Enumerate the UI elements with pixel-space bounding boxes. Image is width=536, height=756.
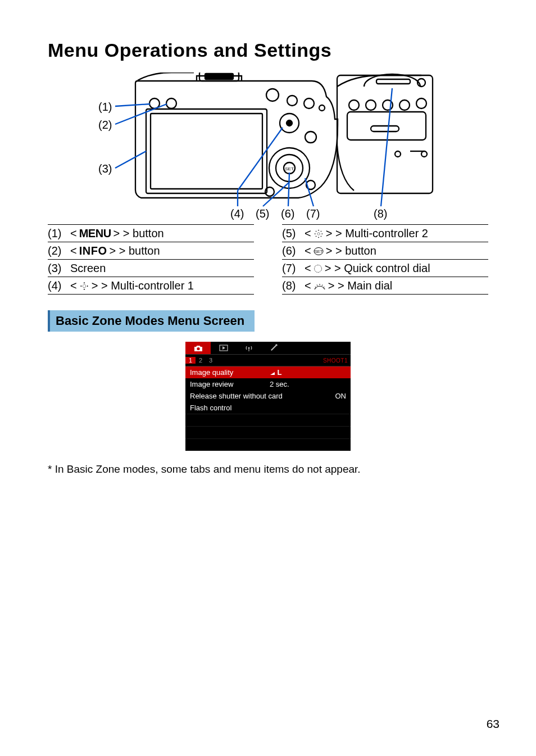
menu-glyph: MENU bbox=[79, 227, 111, 240]
section-header: Basic Zone Modes Menu Screen bbox=[48, 310, 255, 332]
subtab-2: 2 bbox=[196, 357, 206, 364]
multi-controller-1-icon bbox=[79, 281, 89, 291]
svg-text:SET: SET bbox=[314, 249, 322, 254]
svg-point-44 bbox=[314, 265, 321, 272]
quick-control-dial-icon bbox=[314, 264, 322, 273]
svg-point-40 bbox=[83, 284, 86, 288]
menu-item: Flash control bbox=[185, 402, 351, 414]
page-number: 63 bbox=[487, 717, 499, 731]
svg-point-6 bbox=[266, 89, 279, 101]
svg-point-12 bbox=[305, 132, 316, 143]
svg-point-35 bbox=[416, 98, 426, 108]
svg-point-38 bbox=[395, 151, 401, 157]
page-title: Menu Operations and Settings bbox=[48, 39, 488, 61]
svg-line-46 bbox=[317, 284, 317, 286]
main-dial-icon bbox=[314, 282, 326, 290]
subtab-label: SHOOT1 bbox=[323, 357, 348, 364]
tab-wireless-icon bbox=[236, 342, 261, 354]
svg-line-49 bbox=[324, 287, 324, 288]
svg-point-7 bbox=[287, 96, 297, 106]
svg-rect-2 bbox=[146, 109, 267, 193]
svg-rect-27 bbox=[337, 75, 433, 193]
svg-line-45 bbox=[315, 287, 316, 288]
svg-rect-1 bbox=[205, 74, 233, 79]
legend-row: (6) <SET> > button bbox=[282, 242, 488, 259]
subtab-3: 3 bbox=[206, 357, 216, 364]
svg-line-26 bbox=[305, 178, 314, 206]
subtab-1: 1 bbox=[185, 357, 196, 364]
svg-text:SET: SET bbox=[285, 166, 294, 171]
info-glyph: INFO bbox=[79, 245, 107, 257]
legend-row: (7) <> > Quick control dial bbox=[282, 259, 488, 277]
svg-line-19 bbox=[115, 104, 150, 106]
tab-setup-icon bbox=[261, 342, 287, 354]
svg-point-31 bbox=[349, 100, 359, 110]
set-button-icon: SET bbox=[314, 246, 324, 256]
legend-row: (4) <> > Multi-controller 1 bbox=[48, 277, 254, 295]
camera-line-art: SET bbox=[98, 73, 492, 224]
camera-diagram: (1) (2) (3) (4) (5) (6) (7) (8) bbox=[98, 73, 488, 224]
menu-screen-preview: 1 2 3 SHOOT1 Image quality L Image revie… bbox=[185, 342, 351, 451]
svg-line-21 bbox=[115, 151, 146, 168]
svg-point-11 bbox=[287, 120, 292, 126]
svg-point-41 bbox=[317, 232, 319, 234]
legend-row: (3) Screen bbox=[48, 259, 254, 277]
legend-row: (8) <> > Main dial bbox=[282, 277, 488, 295]
svg-rect-30 bbox=[376, 79, 410, 84]
multi-controller-2-icon bbox=[314, 229, 324, 239]
legend-row: (5) <> > Multi-controller 2 bbox=[282, 224, 488, 242]
tab-playback-icon bbox=[211, 342, 236, 354]
callout-legend: (1) <MENU> > button (2) <INFO> > button … bbox=[48, 224, 488, 295]
legend-row: (2) <INFO> > button bbox=[48, 242, 254, 259]
svg-point-9 bbox=[319, 105, 325, 111]
svg-point-34 bbox=[399, 100, 410, 110]
svg-rect-3 bbox=[151, 114, 262, 189]
svg-line-25 bbox=[288, 173, 289, 206]
svg-line-48 bbox=[322, 284, 322, 286]
menu-item: Release shutter without card ON bbox=[185, 390, 351, 402]
footnote: * In Basic Zone modes, some tabs and men… bbox=[48, 463, 488, 476]
legend-row: (1) <MENU> > button bbox=[48, 224, 254, 242]
svg-line-23 bbox=[238, 128, 283, 191]
svg-point-5 bbox=[166, 98, 176, 108]
svg-point-37 bbox=[421, 151, 427, 157]
svg-rect-29 bbox=[371, 126, 399, 132]
svg-point-32 bbox=[366, 100, 376, 110]
svg-point-8 bbox=[304, 98, 314, 108]
svg-point-50 bbox=[197, 347, 199, 350]
menu-item: Image review 2 sec. bbox=[185, 378, 351, 390]
menu-item: Image quality L bbox=[185, 366, 351, 378]
tab-camera-icon bbox=[185, 342, 211, 354]
